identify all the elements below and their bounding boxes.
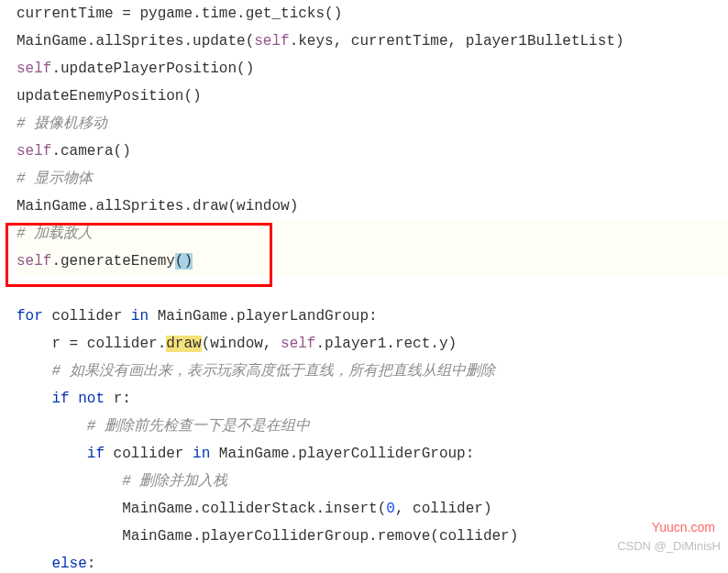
code-block: currentTime = pygame.time.get_ticks() Ma… [0, 0, 728, 573]
code-line-empty [17, 275, 728, 303]
code-line: if collider in MainGame.playerColliderGr… [17, 440, 728, 468]
code-line: updateEnemyPosition() [17, 83, 728, 110]
caret-highlight: () [175, 253, 193, 270]
code-line: # 如果没有画出来，表示玩家高度低于直线，所有把直线从组中删除 [17, 358, 728, 385]
code-line: r = collider.draw(window, self.player1.r… [17, 330, 728, 358]
code-line: MainGame.allSprites.draw(window) [17, 193, 728, 220]
code-line: for collider in MainGame.playerLandGroup… [17, 303, 728, 330]
code-line-highlighted: self.generateEnemy() [17, 248, 728, 275]
code-line: MainGame.allSprites.update(self.keys, cu… [17, 28, 728, 55]
code-line: currentTime = pygame.time.get_ticks() [17, 0, 728, 28]
code-line: # 删除前先检查一下是不是在组中 [17, 413, 728, 440]
code-line: if not r: [17, 385, 728, 413]
watermark-author: CSDN @_DiMinisH [617, 533, 721, 560]
code-line: MainGame.colliderStack.insert(0, collide… [17, 495, 728, 523]
code-line: # 摄像机移动 [17, 110, 728, 138]
code-line: self.camera() [17, 138, 728, 165]
code-line-highlighted: # 加载敌人 [17, 220, 728, 248]
code-line: self.updatePlayerPosition() [17, 55, 728, 83]
search-highlight: draw [166, 336, 201, 352]
code-line: # 删除并加入栈 [17, 468, 728, 495]
code-line: # 显示物体 [17, 165, 728, 193]
